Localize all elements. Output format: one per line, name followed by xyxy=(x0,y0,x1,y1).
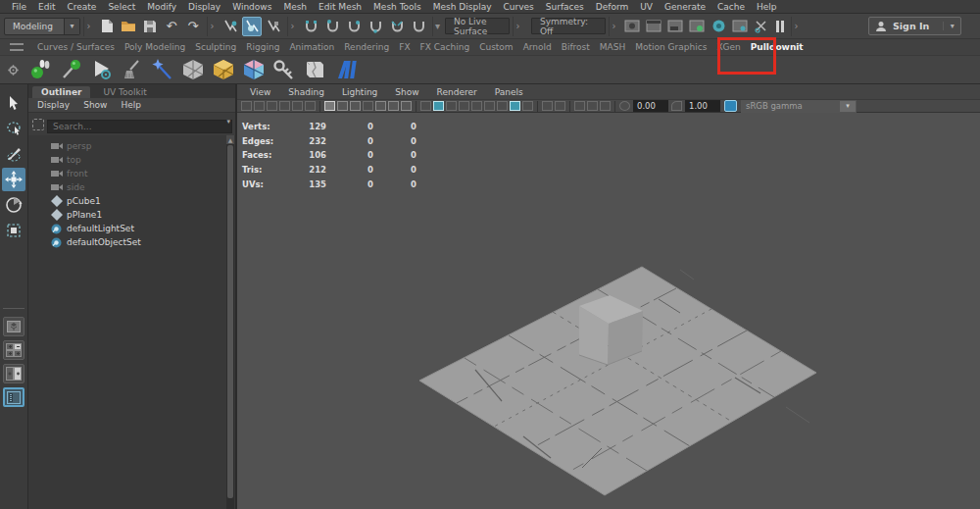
exposure-field[interactable]: 0.00 xyxy=(633,100,668,112)
section-collapse-icon[interactable]: › xyxy=(513,17,522,36)
exposure-icon[interactable] xyxy=(619,101,630,111)
sign-in-dropdown[interactable]: Sign In ▾ xyxy=(868,17,961,35)
section-collapse-icon[interactable]: › xyxy=(287,17,297,36)
field-chart-icon[interactable] xyxy=(375,101,386,111)
menu-surfaces[interactable]: Surfaces xyxy=(540,2,590,12)
snap-to-grid-icon[interactable] xyxy=(301,17,320,36)
hammer-ball-icon[interactable] xyxy=(58,57,84,82)
shaded-icon[interactable] xyxy=(433,101,444,111)
section-collapse-icon[interactable]: › xyxy=(83,17,93,36)
single-pane-layout-button[interactable] xyxy=(3,317,24,336)
paint-select-tool-icon[interactable] xyxy=(2,142,25,166)
snap-to-projected-center-icon[interactable] xyxy=(366,17,385,36)
symmetry-field[interactable]: Symmetry: Off xyxy=(531,18,606,34)
menu-edit-mesh[interactable]: Edit Mesh xyxy=(313,2,368,12)
ssao-icon[interactable] xyxy=(510,101,520,111)
list-item-pplane1[interactable]: pPlane1 xyxy=(28,208,235,222)
shadows-icon[interactable] xyxy=(497,101,508,111)
select-component-mask-icon[interactable] xyxy=(264,17,283,36)
xray-icon[interactable] xyxy=(542,101,553,111)
live-surface-field[interactable]: No Live Surface xyxy=(445,18,510,34)
section-collapse-icon[interactable]: › xyxy=(207,17,217,36)
isolate-select-icon[interactable] xyxy=(555,101,565,111)
menu-help[interactable]: Help xyxy=(751,2,783,12)
panel-menu-shading[interactable]: Shading xyxy=(281,87,331,97)
gamma-field[interactable]: 1.00 xyxy=(685,100,720,112)
chevron-down-icon[interactable]: ▾ xyxy=(226,118,230,126)
panel-menu-show[interactable]: Show xyxy=(388,87,425,97)
make-live-icon[interactable] xyxy=(409,17,428,36)
motion-blur-icon[interactable] xyxy=(522,101,533,111)
ipr-render-icon[interactable] xyxy=(665,17,685,36)
gray-fracture-cube-icon[interactable] xyxy=(179,57,206,82)
shelf-tab-fx[interactable]: FX xyxy=(394,42,415,52)
bookmarks-icon[interactable] xyxy=(267,101,277,111)
magic-wand-icon[interactable] xyxy=(149,57,175,82)
menu-mesh-tools[interactable]: Mesh Tools xyxy=(368,2,427,12)
redo-icon[interactable]: ↷ xyxy=(183,17,203,36)
resolution-gate-icon[interactable] xyxy=(350,101,361,111)
grid-icon[interactable] xyxy=(324,101,335,111)
panel-menu-renderer[interactable]: Renderer xyxy=(430,87,484,97)
panel-menu-panels[interactable]: Panels xyxy=(488,87,530,97)
film-gate-icon[interactable] xyxy=(337,101,348,111)
outliner-persp-layout-button[interactable] xyxy=(3,387,24,407)
search-input[interactable] xyxy=(47,120,232,133)
menu-display[interactable]: Display xyxy=(182,2,226,12)
list-item-side[interactable]: side xyxy=(28,180,235,194)
safe-action-icon[interactable] xyxy=(388,101,399,111)
scale-tool-icon[interactable] xyxy=(2,219,25,242)
select-object-mask-icon[interactable] xyxy=(242,17,262,36)
color-fracture-cube-icon[interactable] xyxy=(240,57,267,82)
cracked-block-icon[interactable] xyxy=(301,57,327,82)
shelf-tab-fx-caching[interactable]: FX Caching xyxy=(416,42,475,52)
pane-layout-icon[interactable] xyxy=(574,101,585,111)
shelf-tab-rendering[interactable]: Rendering xyxy=(339,42,394,52)
shelf-menu-icon[interactable] xyxy=(10,43,24,51)
no-gate-icon[interactable] xyxy=(600,101,611,111)
grease-pencil-icon[interactable] xyxy=(305,101,316,111)
menu-uv[interactable]: UV xyxy=(634,2,659,12)
shelf-tab-motion-graphics[interactable]: Motion Graphics xyxy=(630,42,711,52)
outliner-menu-display[interactable]: Display xyxy=(37,100,70,110)
save-scene-icon[interactable] xyxy=(140,17,160,36)
menu-file[interactable]: File xyxy=(6,2,32,12)
shelf-tab-poly-modeling[interactable]: Poly Modeling xyxy=(120,42,190,52)
bowling-pins-icon[interactable] xyxy=(27,57,54,82)
wireframe-icon[interactable] xyxy=(420,101,431,111)
snap-to-curve-icon[interactable] xyxy=(322,17,342,36)
two-pane-layout-button[interactable] xyxy=(3,364,24,383)
list-item-persp[interactable]: persp xyxy=(28,139,235,153)
shelf-tab-sculpting[interactable]: Sculpting xyxy=(190,42,241,52)
new-scene-icon[interactable] xyxy=(97,17,117,36)
select-hierarchy-mask-icon[interactable] xyxy=(220,17,240,36)
gear-icon[interactable] xyxy=(8,65,19,76)
gamma-icon[interactable] xyxy=(671,101,682,111)
list-item-top[interactable]: top xyxy=(28,153,235,167)
section-collapse-icon[interactable]: › xyxy=(609,17,618,36)
key-icon[interactable] xyxy=(270,57,297,82)
list-item-front[interactable]: front xyxy=(28,167,235,180)
render-view-icon[interactable] xyxy=(622,17,642,36)
undo-icon[interactable]: ↶ xyxy=(162,17,181,36)
shelf-tab-mash[interactable]: MASH xyxy=(595,42,630,52)
color-managed-icon[interactable] xyxy=(724,100,737,112)
menu-generate[interactable]: Generate xyxy=(659,2,711,12)
tab-uv-toolkit[interactable]: UV Toolkit xyxy=(94,86,155,98)
image-plane-icon[interactable] xyxy=(279,101,290,111)
panel-menu-view[interactable]: View xyxy=(243,87,277,97)
shelf-tab-pulldownit[interactable]: Pulldownit xyxy=(746,42,808,52)
gate-mask-icon[interactable] xyxy=(363,101,373,111)
outliner-menu-help[interactable]: Help xyxy=(121,100,141,110)
lighting-icon[interactable] xyxy=(484,101,495,111)
list-item-defaultlightset[interactable]: defaultLightSet xyxy=(28,222,235,235)
scene-view[interactable]: Verts: 129 0 0 Edges: 232 0 0 Faces: 106 xyxy=(237,113,980,509)
view-transform-dropdown[interactable]: sRGB gamma ▾ xyxy=(741,100,857,113)
render-settings-icon[interactable] xyxy=(687,17,707,36)
menu-edit[interactable]: Edit xyxy=(32,2,61,12)
scrollbar-thumb[interactable] xyxy=(227,145,233,498)
shelf-tab-custom[interactable]: Custom xyxy=(474,42,517,52)
maximize-pane-icon[interactable] xyxy=(587,101,598,111)
play-gear-icon[interactable] xyxy=(88,57,115,82)
hypershade-icon[interactable] xyxy=(709,17,728,36)
